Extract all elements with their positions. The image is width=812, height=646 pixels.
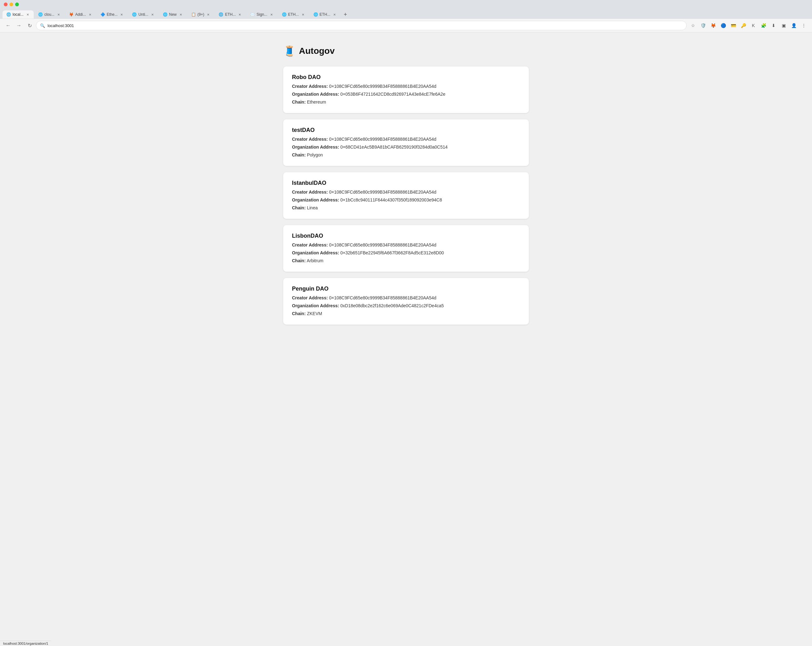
tab-eth8[interactable]: 🌐 ETH... ✕	[215, 11, 246, 18]
tab-title: Unti...	[138, 12, 148, 17]
app-icon: 🧵	[283, 45, 296, 57]
dao-card[interactable]: Penguin DAO Creator Address: 0×108C9FCd6…	[283, 278, 529, 325]
status-url: localhost:3001/organization/1	[3, 641, 48, 645]
dao-chain: Chain: Arbitrum	[292, 257, 520, 264]
dao-name: testDAO	[292, 127, 520, 134]
tab-9plus[interactable]: 📋 (9+) ✕	[188, 11, 215, 18]
tab-close-icon[interactable]: ✕	[332, 12, 337, 17]
profile-icon[interactable]: 👤	[789, 21, 798, 30]
dao-creator: Creator Address: 0×108C9FCd65e80c9999B34…	[292, 242, 520, 248]
tab-local[interactable]: 🌐 local... ✕	[3, 11, 34, 18]
dao-card[interactable]: testDAO Creator Address: 0×108C9FCd65e80…	[283, 119, 529, 166]
tab-title: New	[169, 12, 177, 17]
tab-close-icon[interactable]: ✕	[206, 12, 211, 17]
tab-title: ETH...	[288, 12, 299, 17]
back-button[interactable]: ←	[4, 21, 12, 30]
extension-wallet[interactable]: 💳	[729, 21, 738, 30]
close-button[interactable]	[4, 3, 8, 6]
dao-card[interactable]: IstanbulDAO Creator Address: 0×108C9FCd6…	[283, 172, 529, 219]
dao-org-address: Organization Address: 0×1bCc8c940111F644…	[292, 197, 520, 203]
dao-org-address: Organization Address: 0×32b651FBe22945f6…	[292, 250, 520, 256]
app-title: Autogov	[299, 46, 335, 56]
extension-shield[interactable]: 🛡️	[699, 21, 707, 30]
dao-creator: Creator Address: 0×108C9FCd65e80c9999B34…	[292, 189, 520, 195]
tab-close-icon[interactable]: ✕	[56, 12, 61, 17]
dao-list: Robo DAO Creator Address: 0×108C9FCd65e8…	[283, 66, 529, 325]
app-header: 🧵 Autogov	[283, 45, 529, 57]
tab-title: Ethe...	[107, 12, 118, 17]
tab-close-icon[interactable]: ✕	[179, 12, 183, 17]
dao-org-address: Organization Address: 0×68CD41eAc5B9A81b…	[292, 144, 520, 151]
lock-icon: 🔍	[40, 23, 45, 28]
extension-key[interactable]: 🔑	[739, 21, 748, 30]
tab-sign[interactable]: ✉️ Sign... ✕	[246, 11, 277, 18]
tab-eth10[interactable]: 🌐 ETH... ✕	[278, 11, 309, 18]
tab-close-icon[interactable]: ✕	[88, 12, 92, 17]
extension-k[interactable]: K	[749, 21, 758, 30]
dao-org-address: Organization Address: 0×053B6F47211642CD…	[292, 91, 520, 98]
tab-close-icon[interactable]: ✕	[269, 12, 274, 17]
menu-button[interactable]: ⋮	[800, 21, 808, 30]
tab-favicon: 🌐	[163, 12, 167, 17]
dao-org-address: Organization Address: 0xD18e08dbc2e2f162…	[292, 303, 520, 309]
tab-favicon: 🌐	[282, 12, 286, 17]
tab-eth11[interactable]: 🌐 ETH... ✕	[310, 11, 340, 18]
tab-favicon: 🌐	[6, 12, 11, 17]
reload-button[interactable]: ↻	[25, 21, 34, 30]
dao-name: Robo DAO	[292, 74, 520, 81]
tab-favicon: 📋	[191, 12, 195, 17]
tab-favicon: ✉️	[250, 12, 255, 17]
tab-title: local...	[12, 12, 24, 17]
maximize-button[interactable]	[15, 3, 19, 6]
dao-name: LisbonDAO	[292, 233, 520, 239]
traffic-lights	[0, 0, 812, 8]
download-icon[interactable]: ⬇	[769, 21, 778, 30]
tab-close-icon[interactable]: ✕	[301, 12, 305, 17]
tab-favicon: 🌐	[38, 12, 43, 17]
tab-cloud[interactable]: 🌐 clou... ✕	[34, 11, 64, 18]
address-bar[interactable]: 🔍 localhost:3001	[36, 21, 687, 30]
forward-button[interactable]: →	[14, 21, 23, 30]
tab-title: Addi...	[75, 12, 86, 17]
dao-name: Penguin DAO	[292, 285, 520, 292]
dao-creator: Creator Address: 0×108C9FCd65e80c9999B34…	[292, 295, 520, 301]
tab-close-icon[interactable]: ✕	[119, 12, 124, 17]
extension-vpn[interactable]: 🔵	[719, 21, 728, 30]
tab-title: clou...	[44, 12, 55, 17]
browser-toolbar: ← → ↻ 🔍 localhost:3001 ☆ 🛡️ 🦊 🔵 💳 🔑 K 🧩 …	[0, 19, 812, 32]
tab-favicon: 🦊	[69, 12, 73, 17]
tab-title: ETH...	[225, 12, 236, 17]
page-inner: 🧵 Autogov Robo DAO Creator Address: 0×10…	[283, 45, 529, 325]
dao-chain: Chain: Polygon	[292, 152, 520, 158]
tab-bar: 🌐 local... ✕ 🌐 clou... ✕ 🦊 Addi... ✕ 🔷 E…	[0, 8, 812, 19]
tab-ethe[interactable]: 🔷 Ethe... ✕	[97, 11, 128, 18]
bookmark-icon[interactable]: ☆	[688, 21, 698, 30]
dao-card[interactable]: LisbonDAO Creator Address: 0×108C9FCd65e…	[283, 225, 529, 272]
dao-card[interactable]: Robo DAO Creator Address: 0×108C9FCd65e8…	[283, 66, 529, 113]
extensions-button[interactable]: 🧩	[759, 21, 768, 30]
url-text: localhost:3001	[47, 23, 74, 28]
tab-favicon: 🌐	[132, 12, 136, 17]
tab-title: ETH...	[320, 12, 330, 17]
tab-favicon: 🌐	[313, 12, 318, 17]
dao-creator: Creator Address: 0×108C9FCd65e80c9999B34…	[292, 136, 520, 143]
dao-chain: Chain: Linea	[292, 205, 520, 211]
dao-creator: Creator Address: 0×108C9FCd65e80c9999B34…	[292, 83, 520, 90]
page-content: 🧵 Autogov Robo DAO Creator Address: 0×10…	[0, 32, 812, 646]
tab-title: (9+)	[197, 12, 205, 17]
tab-close-icon[interactable]: ✕	[238, 12, 242, 17]
extension-fox[interactable]: 🦊	[709, 21, 717, 30]
tab-unti[interactable]: 🌐 Unti... ✕	[128, 11, 158, 18]
sidebar-toggle[interactable]: ▣	[779, 21, 788, 30]
new-tab-button[interactable]: +	[341, 10, 350, 19]
dao-chain: Chain: ZKEVM	[292, 311, 520, 317]
tab-close-icon[interactable]: ✕	[150, 12, 155, 17]
status-bar: localhost:3001/organization/1	[0, 641, 51, 646]
dao-name: IstanbulDAO	[292, 180, 520, 186]
tab-close-icon[interactable]: ✕	[26, 12, 30, 17]
toolbar-icons: ☆ 🛡️ 🦊 🔵 💳 🔑 K 🧩 ⬇ ▣ 👤 ⋮	[688, 21, 808, 30]
tab-addi[interactable]: 🦊 Addi... ✕	[65, 11, 96, 18]
minimize-button[interactable]	[9, 3, 13, 6]
tab-favicon: 🌐	[218, 12, 223, 17]
tab-new[interactable]: 🌐 New ✕	[159, 11, 187, 18]
